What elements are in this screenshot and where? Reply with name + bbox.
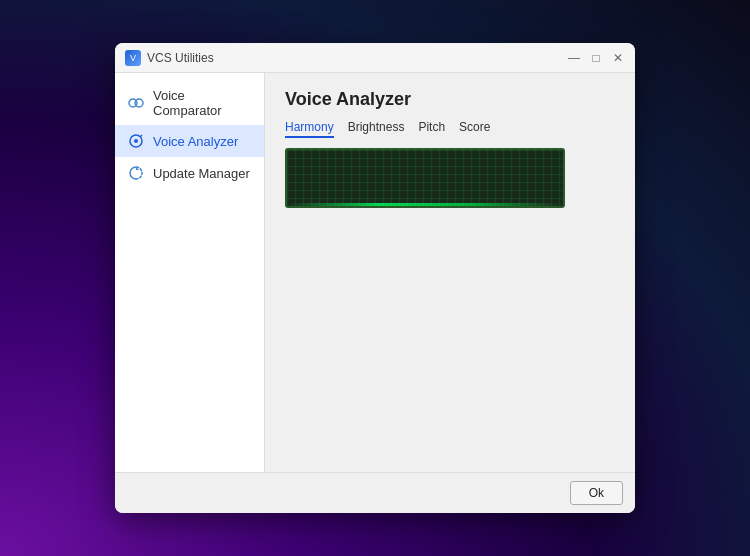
- sidebar-item-voice-analyzer[interactable]: Voice Analyzer: [115, 125, 264, 157]
- tab-harmony[interactable]: Harmony: [285, 120, 334, 138]
- main-content: Voice Analyzer Harmony Brightness Pitch …: [265, 73, 635, 472]
- ok-button[interactable]: Ok: [570, 481, 623, 505]
- visualizer-container: [285, 148, 565, 208]
- tab-bar: Harmony Brightness Pitch Score: [285, 120, 615, 138]
- voice-comparator-icon: [127, 94, 145, 112]
- visualizer-glow: [287, 203, 563, 206]
- window-body: Voice Comparator Voice Analyzer: [115, 73, 635, 472]
- tab-brightness[interactable]: Brightness: [348, 120, 405, 138]
- sidebar-item-update-manager[interactable]: Update Manager: [115, 157, 264, 189]
- title-bar-controls: — □ ✕: [567, 51, 625, 65]
- title-bar: V VCS Utilities — □ ✕: [115, 43, 635, 73]
- page-title: Voice Analyzer: [285, 89, 615, 110]
- svg-point-1: [135, 99, 143, 107]
- close-button[interactable]: ✕: [611, 51, 625, 65]
- window-title: VCS Utilities: [147, 51, 214, 65]
- app-icon: V: [125, 50, 141, 66]
- sidebar-label-voice-analyzer: Voice Analyzer: [153, 134, 238, 149]
- sidebar: Voice Comparator Voice Analyzer: [115, 73, 265, 472]
- visualizer-grid: [287, 150, 563, 206]
- sidebar-label-update-manager: Update Manager: [153, 166, 250, 181]
- title-bar-left: V VCS Utilities: [125, 50, 214, 66]
- svg-line-4: [140, 135, 142, 137]
- maximize-button[interactable]: □: [589, 51, 603, 65]
- sidebar-label-voice-comparator: Voice Comparator: [153, 88, 252, 118]
- tab-score[interactable]: Score: [459, 120, 490, 138]
- svg-point-3: [134, 139, 138, 143]
- sidebar-item-voice-comparator[interactable]: Voice Comparator: [115, 81, 264, 125]
- minimize-button[interactable]: —: [567, 51, 581, 65]
- tab-pitch[interactable]: Pitch: [418, 120, 445, 138]
- main-window: V VCS Utilities — □ ✕ Voice Comparator: [115, 43, 635, 513]
- voice-analyzer-icon: [127, 132, 145, 150]
- update-manager-icon: [127, 164, 145, 182]
- footer: Ok: [115, 472, 635, 513]
